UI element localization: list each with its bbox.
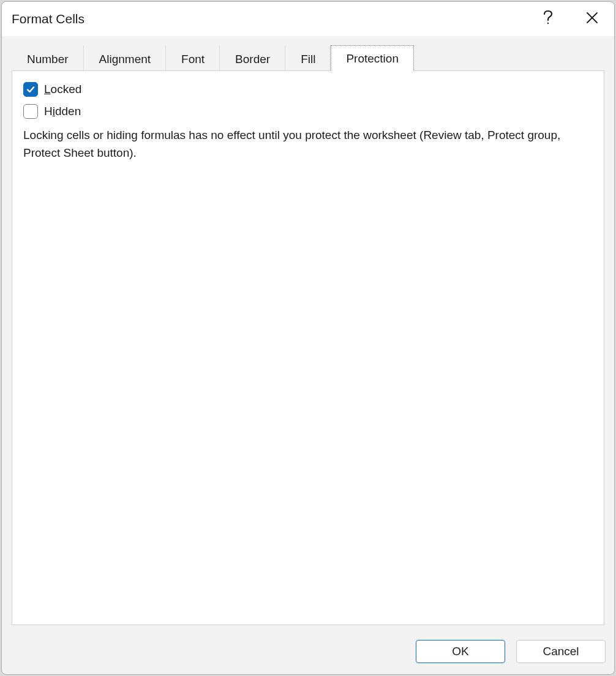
tab-alignment[interactable]: Alignment	[84, 45, 167, 71]
locked-checkbox[interactable]	[23, 82, 38, 97]
tab-border[interactable]: Border	[220, 45, 285, 71]
locked-row: Locked	[23, 82, 593, 97]
svg-point-0	[547, 23, 549, 24]
locked-accelerator: L	[44, 83, 51, 96]
help-button[interactable]	[535, 6, 562, 32]
dialog-title: Format Cells	[12, 12, 535, 26]
locked-label[interactable]: Locked	[44, 83, 81, 96]
ok-button[interactable]: OK	[416, 640, 505, 663]
format-cells-dialog: Format Cells Number Alignment Font	[1, 1, 615, 675]
tab-panel-protection: Locked Hidden Locking cells or hiding fo…	[12, 70, 604, 625]
hidden-row: Hidden	[23, 104, 593, 119]
protection-description: Locking cells or hiding formulas has no …	[23, 126, 593, 162]
locked-label-rest: ocked	[51, 83, 82, 96]
hidden-label-rest: dden	[55, 105, 81, 118]
titlebar: Format Cells	[2, 2, 614, 36]
tab-fill[interactable]: Fill	[285, 45, 331, 71]
hidden-checkbox[interactable]	[23, 104, 38, 119]
cancel-button[interactable]: Cancel	[516, 640, 606, 663]
hidden-label[interactable]: Hidden	[44, 105, 81, 118]
close-button[interactable]	[579, 6, 606, 32]
dialog-client: Number Alignment Font Border Fill Protec…	[2, 36, 614, 635]
close-icon	[586, 10, 598, 28]
help-icon	[543, 10, 553, 28]
tab-protection[interactable]: Protection	[331, 45, 414, 71]
tab-number[interactable]: Number	[12, 45, 84, 71]
tab-strip: Number Alignment Font Border Fill Protec…	[12, 45, 604, 70]
tab-font[interactable]: Font	[166, 45, 220, 71]
hidden-label-prefix: H	[44, 105, 53, 118]
dialog-footer: OK Cancel	[2, 635, 614, 674]
